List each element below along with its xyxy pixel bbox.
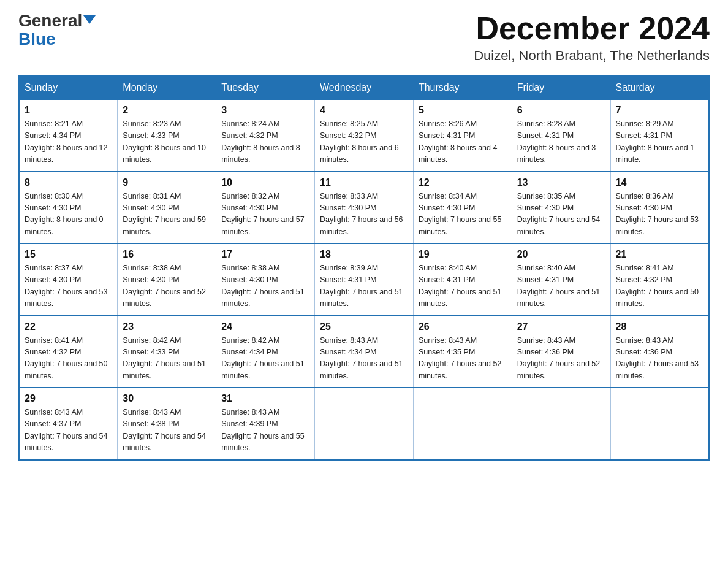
day-info: Sunrise: 8:21 AMSunset: 4:34 PMDaylight:… bbox=[25, 118, 112, 166]
day-number: 9 bbox=[123, 177, 211, 188]
day-number: 2 bbox=[123, 105, 211, 116]
day-number: 10 bbox=[221, 177, 309, 188]
calendar-week-row: 15Sunrise: 8:37 AMSunset: 4:30 PMDayligh… bbox=[19, 243, 709, 316]
calendar-cell: 9Sunrise: 8:31 AMSunset: 4:30 PMDaylight… bbox=[118, 172, 216, 244]
calendar-cell bbox=[512, 388, 610, 460]
calendar-cell: 25Sunrise: 8:43 AMSunset: 4:34 PMDayligh… bbox=[315, 316, 414, 388]
calendar-cell bbox=[413, 388, 512, 460]
calendar-cell: 27Sunrise: 8:43 AMSunset: 4:36 PMDayligh… bbox=[512, 316, 610, 388]
day-info: Sunrise: 8:23 AMSunset: 4:33 PMDaylight:… bbox=[123, 118, 211, 166]
logo-line2: Blue bbox=[18, 31, 56, 48]
day-number: 18 bbox=[320, 249, 408, 260]
calendar-cell: 11Sunrise: 8:33 AMSunset: 4:30 PMDayligh… bbox=[315, 172, 414, 244]
day-number: 3 bbox=[221, 105, 309, 116]
calendar-cell: 6Sunrise: 8:28 AMSunset: 4:31 PMDaylight… bbox=[512, 100, 610, 172]
day-number: 7 bbox=[616, 105, 703, 116]
day-info: Sunrise: 8:42 AMSunset: 4:34 PMDaylight:… bbox=[221, 335, 309, 383]
calendar-week-row: 22Sunrise: 8:41 AMSunset: 4:32 PMDayligh… bbox=[19, 316, 709, 388]
calendar-cell: 21Sunrise: 8:41 AMSunset: 4:32 PMDayligh… bbox=[610, 243, 709, 316]
day-info: Sunrise: 8:41 AMSunset: 4:32 PMDaylight:… bbox=[25, 335, 112, 383]
day-number: 25 bbox=[320, 321, 408, 332]
page-header: General Blue December 2024 Duizel, North… bbox=[18, 12, 710, 64]
calendar-cell: 3Sunrise: 8:24 AMSunset: 4:32 PMDaylight… bbox=[216, 100, 315, 172]
calendar-cell: 4Sunrise: 8:25 AMSunset: 4:32 PMDaylight… bbox=[315, 100, 414, 172]
day-number: 22 bbox=[25, 321, 112, 332]
logo-line1: General bbox=[18, 12, 96, 29]
calendar-cell: 22Sunrise: 8:41 AMSunset: 4:32 PMDayligh… bbox=[19, 316, 118, 388]
calendar-cell: 20Sunrise: 8:40 AMSunset: 4:31 PMDayligh… bbox=[512, 243, 610, 316]
day-info: Sunrise: 8:41 AMSunset: 4:32 PMDaylight:… bbox=[616, 262, 703, 310]
calendar-cell: 13Sunrise: 8:35 AMSunset: 4:30 PMDayligh… bbox=[512, 172, 610, 244]
calendar-cell: 28Sunrise: 8:43 AMSunset: 4:36 PMDayligh… bbox=[610, 316, 709, 388]
day-info: Sunrise: 8:30 AMSunset: 4:30 PMDaylight:… bbox=[25, 191, 112, 239]
calendar-cell: 18Sunrise: 8:39 AMSunset: 4:31 PMDayligh… bbox=[315, 243, 414, 316]
day-number: 14 bbox=[616, 177, 703, 188]
calendar-week-row: 8Sunrise: 8:30 AMSunset: 4:30 PMDaylight… bbox=[19, 172, 709, 244]
calendar-cell: 8Sunrise: 8:30 AMSunset: 4:30 PMDaylight… bbox=[19, 172, 118, 244]
day-number: 11 bbox=[320, 177, 408, 188]
day-info: Sunrise: 8:31 AMSunset: 4:30 PMDaylight:… bbox=[123, 191, 211, 239]
day-info: Sunrise: 8:33 AMSunset: 4:30 PMDaylight:… bbox=[320, 191, 408, 239]
day-number: 5 bbox=[419, 105, 507, 116]
calendar-week-row: 1Sunrise: 8:21 AMSunset: 4:34 PMDaylight… bbox=[19, 100, 709, 172]
day-number: 23 bbox=[123, 321, 211, 332]
day-info: Sunrise: 8:43 AMSunset: 4:34 PMDaylight:… bbox=[320, 335, 408, 383]
calendar-cell: 23Sunrise: 8:42 AMSunset: 4:33 PMDayligh… bbox=[118, 316, 216, 388]
weekday-header-tuesday: Tuesday bbox=[216, 75, 315, 100]
day-info: Sunrise: 8:25 AMSunset: 4:32 PMDaylight:… bbox=[320, 118, 408, 166]
weekday-header-sunday: Sunday bbox=[19, 75, 118, 100]
day-info: Sunrise: 8:38 AMSunset: 4:30 PMDaylight:… bbox=[123, 262, 211, 310]
day-number: 27 bbox=[517, 321, 605, 332]
day-number: 8 bbox=[25, 177, 112, 188]
calendar-cell: 5Sunrise: 8:26 AMSunset: 4:31 PMDaylight… bbox=[413, 100, 512, 172]
calendar-header-row: SundayMondayTuesdayWednesdayThursdayFrid… bbox=[19, 75, 709, 100]
calendar-cell: 15Sunrise: 8:37 AMSunset: 4:30 PMDayligh… bbox=[19, 243, 118, 316]
day-number: 4 bbox=[320, 105, 408, 116]
day-info: Sunrise: 8:40 AMSunset: 4:31 PMDaylight:… bbox=[517, 262, 605, 310]
day-info: Sunrise: 8:43 AMSunset: 4:35 PMDaylight:… bbox=[419, 335, 507, 383]
calendar-cell bbox=[610, 388, 709, 460]
day-number: 12 bbox=[419, 177, 507, 188]
calendar-cell: 10Sunrise: 8:32 AMSunset: 4:30 PMDayligh… bbox=[216, 172, 315, 244]
day-info: Sunrise: 8:43 AMSunset: 4:37 PMDaylight:… bbox=[25, 407, 112, 454]
day-info: Sunrise: 8:37 AMSunset: 4:30 PMDaylight:… bbox=[25, 262, 112, 310]
calendar-cell: 26Sunrise: 8:43 AMSunset: 4:35 PMDayligh… bbox=[413, 316, 512, 388]
day-number: 28 bbox=[616, 321, 703, 332]
day-info: Sunrise: 8:35 AMSunset: 4:30 PMDaylight:… bbox=[517, 191, 605, 239]
day-info: Sunrise: 8:40 AMSunset: 4:31 PMDaylight:… bbox=[419, 262, 507, 310]
calendar-cell: 16Sunrise: 8:38 AMSunset: 4:30 PMDayligh… bbox=[118, 243, 216, 316]
weekday-header-monday: Monday bbox=[118, 75, 216, 100]
calendar-cell: 1Sunrise: 8:21 AMSunset: 4:34 PMDaylight… bbox=[19, 100, 118, 172]
location: Duizel, North Brabant, The Netherlands bbox=[474, 48, 710, 64]
weekday-header-friday: Friday bbox=[512, 75, 610, 100]
day-number: 19 bbox=[419, 249, 507, 260]
day-info: Sunrise: 8:43 AMSunset: 4:36 PMDaylight:… bbox=[616, 335, 703, 383]
calendar-cell: 7Sunrise: 8:29 AMSunset: 4:31 PMDaylight… bbox=[610, 100, 709, 172]
calendar-cell: 17Sunrise: 8:38 AMSunset: 4:30 PMDayligh… bbox=[216, 243, 315, 316]
day-number: 21 bbox=[616, 249, 703, 260]
day-number: 1 bbox=[25, 105, 112, 116]
logo: General Blue bbox=[18, 12, 96, 48]
day-info: Sunrise: 8:43 AMSunset: 4:38 PMDaylight:… bbox=[123, 407, 211, 454]
day-info: Sunrise: 8:26 AMSunset: 4:31 PMDaylight:… bbox=[419, 118, 507, 166]
day-number: 15 bbox=[25, 249, 112, 260]
day-info: Sunrise: 8:28 AMSunset: 4:31 PMDaylight:… bbox=[517, 118, 605, 166]
day-info: Sunrise: 8:32 AMSunset: 4:30 PMDaylight:… bbox=[221, 191, 309, 239]
weekday-header-wednesday: Wednesday bbox=[315, 75, 414, 100]
day-number: 17 bbox=[221, 249, 309, 260]
day-info: Sunrise: 8:42 AMSunset: 4:33 PMDaylight:… bbox=[123, 335, 211, 383]
day-number: 24 bbox=[221, 321, 309, 332]
day-number: 29 bbox=[25, 393, 112, 404]
calendar-cell: 24Sunrise: 8:42 AMSunset: 4:34 PMDayligh… bbox=[216, 316, 315, 388]
day-info: Sunrise: 8:29 AMSunset: 4:31 PMDaylight:… bbox=[616, 118, 703, 166]
calendar-cell: 2Sunrise: 8:23 AMSunset: 4:33 PMDaylight… bbox=[118, 100, 216, 172]
day-info: Sunrise: 8:34 AMSunset: 4:30 PMDaylight:… bbox=[419, 191, 507, 239]
day-number: 20 bbox=[517, 249, 605, 260]
calendar-cell bbox=[315, 388, 414, 460]
calendar-cell: 19Sunrise: 8:40 AMSunset: 4:31 PMDayligh… bbox=[413, 243, 512, 316]
calendar-cell: 14Sunrise: 8:36 AMSunset: 4:30 PMDayligh… bbox=[610, 172, 709, 244]
calendar-cell: 12Sunrise: 8:34 AMSunset: 4:30 PMDayligh… bbox=[413, 172, 512, 244]
day-number: 31 bbox=[221, 393, 309, 404]
day-number: 16 bbox=[123, 249, 211, 260]
day-info: Sunrise: 8:39 AMSunset: 4:31 PMDaylight:… bbox=[320, 262, 408, 310]
